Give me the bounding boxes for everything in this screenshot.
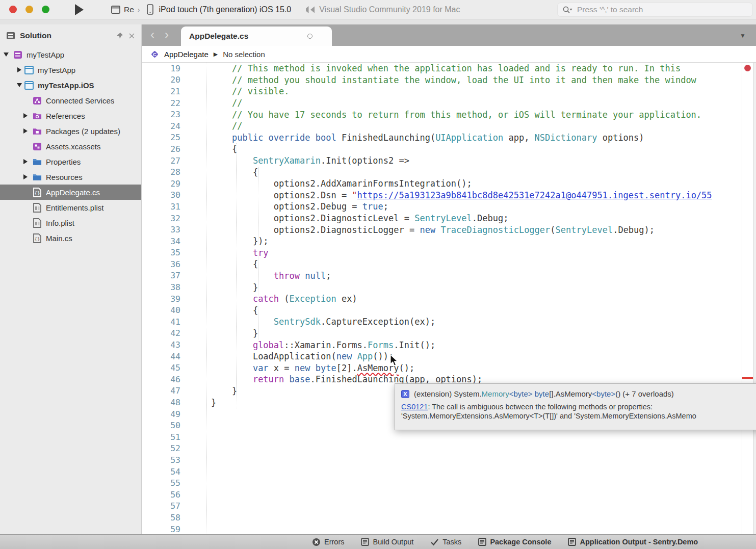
close-pad-icon[interactable]	[128, 33, 135, 39]
tree-item-appdelegate-cs[interactable]: {}AppDelegate.cs	[0, 185, 141, 200]
expander-arrow-down-icon[interactable]	[3, 51, 9, 58]
tree-item-info-plist[interactable]: Info.plist	[0, 215, 141, 230]
breadcrumb-selection[interactable]: No selection	[223, 50, 265, 59]
code-line-37[interactable]: 37 throw null;	[142, 270, 756, 282]
expander-arrow-right-icon[interactable]	[22, 174, 29, 180]
expander-arrow-right-icon[interactable]	[22, 159, 29, 165]
code-line-40[interactable]: 40 {	[142, 304, 756, 316]
line-number[interactable]: 32	[142, 214, 206, 223]
line-number[interactable]: 53	[142, 455, 206, 465]
tree-item-assets-xcassets[interactable]: Assets.xcassets	[0, 139, 141, 154]
line-number[interactable]: 23	[142, 110, 206, 119]
line-number[interactable]: 36	[142, 259, 206, 269]
line-number[interactable]: 34	[142, 237, 206, 246]
error-code-link[interactable]: CS0121	[401, 403, 428, 411]
code-line-42[interactable]: 42 }	[142, 328, 756, 339]
run-button[interactable]	[72, 3, 86, 16]
line-number[interactable]: 27	[142, 156, 206, 166]
expander-arrow-right-icon[interactable]	[22, 113, 29, 119]
tree-item-connected-services[interactable]: Connected Services	[0, 93, 141, 108]
code-line-58[interactable]: 58	[142, 512, 756, 524]
code-line-45[interactable]: 45 var x = new byte[2].AsMemory();	[142, 362, 756, 374]
line-number[interactable]: 28	[142, 167, 206, 177]
line-number[interactable]: 49	[142, 409, 206, 419]
expander-arrow-right-icon[interactable]	[22, 128, 29, 134]
close-window-button[interactable]	[9, 6, 17, 13]
tree-item-references[interactable]: References	[0, 108, 141, 123]
code-line-27[interactable]: 27 SentryXamarin.Init(options2 =>	[142, 155, 756, 167]
line-number[interactable]: 42	[142, 328, 206, 338]
code-line-59[interactable]: 59	[142, 524, 756, 534]
pad-button-errors[interactable]: Errors	[312, 538, 344, 546]
code-line-56[interactable]: 56	[142, 489, 756, 501]
line-number[interactable]: 48	[142, 398, 206, 407]
code-line-33[interactable]: 33 options2.DiagnosticLogger = new Trace…	[142, 224, 756, 236]
line-number[interactable]: 37	[142, 271, 206, 280]
line-number[interactable]: 25	[142, 133, 206, 142]
code-line-31[interactable]: 31 options2.Debug = true;	[142, 201, 756, 213]
line-number[interactable]: 30	[142, 190, 206, 200]
line-number[interactable]: 31	[142, 202, 206, 212]
line-number[interactable]: 51	[142, 432, 206, 442]
line-number[interactable]: 20	[142, 75, 206, 85]
code-line-54[interactable]: 54	[142, 466, 756, 478]
code-line-25[interactable]: 25 public override bool FinishedLaunchin…	[142, 132, 756, 144]
minimize-window-button[interactable]	[25, 6, 33, 13]
code-line-21[interactable]: 21 // visible.	[142, 86, 756, 97]
code-line-22[interactable]: 22 //	[142, 97, 756, 109]
line-number[interactable]: 29	[142, 179, 206, 189]
line-number[interactable]: 40	[142, 305, 206, 315]
pad-button-application-output-sentry-demo[interactable]: Application Output - Sentry.Demo	[568, 538, 698, 546]
breadcrumb-class[interactable]: AppDelegate	[164, 50, 208, 59]
code-editor[interactable]: 19 // This method is invoked when the ap…	[142, 63, 756, 534]
tree-item-entitlements-plist[interactable]: Entitlements.plist	[0, 200, 141, 215]
line-number[interactable]: 46	[142, 375, 206, 384]
code-line-44[interactable]: 44 LoadApplication(new App());	[142, 351, 756, 362]
code-line-57[interactable]: 57	[142, 501, 756, 512]
code-line-51[interactable]: 51	[142, 431, 756, 443]
code-line-35[interactable]: 35 try	[142, 247, 756, 259]
code-line-34[interactable]: 34 });	[142, 236, 756, 247]
code-line-38[interactable]: 38 }	[142, 281, 756, 293]
code-line-41[interactable]: 41 SentrySdk.CaptureException(ex);	[142, 316, 756, 328]
expander-arrow-right-icon[interactable]	[16, 67, 22, 73]
line-number[interactable]: 44	[142, 352, 206, 361]
code-line-28[interactable]: 28 {	[142, 166, 756, 178]
line-number[interactable]: 22	[142, 98, 206, 108]
line-number[interactable]: 38	[142, 282, 206, 292]
code-line-53[interactable]: 53	[142, 454, 756, 466]
line-number[interactable]: 35	[142, 248, 206, 257]
maximize-window-button[interactable]	[42, 6, 49, 13]
line-number[interactable]: 21	[142, 87, 206, 96]
code-line-29[interactable]: 29 options2.AddXamarinFormsIntegration()…	[142, 178, 756, 190]
tree-item-mytestapp[interactable]: myTestApp	[0, 62, 141, 77]
expander-arrow-down-icon[interactable]	[16, 82, 22, 88]
dsn-url-link[interactable]: https://5a193123a9b841bc8d8e42531e7242a1…	[357, 190, 712, 200]
line-number[interactable]: 47	[142, 386, 206, 396]
code-line-36[interactable]: 36 {	[142, 258, 756, 270]
line-number[interactable]: 54	[142, 467, 206, 477]
navigate-forward-button[interactable]: ›	[161, 27, 173, 43]
code-line-32[interactable]: 32 options2.DiagnosticLevel = SentryLeve…	[142, 213, 756, 224]
tree-item-packages-2-updates-[interactable]: Packages (2 updates)	[0, 123, 141, 139]
pad-button-build-output[interactable]: Build Output	[361, 538, 413, 546]
code-line-43[interactable]: 43 global::Xamarin.Forms.Forms.Init();	[142, 339, 756, 351]
line-number[interactable]: 26	[142, 144, 206, 154]
line-number[interactable]: 39	[142, 294, 206, 304]
pad-button-package-console[interactable]: Package Console	[478, 538, 551, 546]
line-number[interactable]: 33	[142, 225, 206, 234]
line-number[interactable]: 43	[142, 340, 206, 350]
line-number[interactable]: 45	[142, 363, 206, 373]
line-number[interactable]: 55	[142, 478, 206, 488]
code-line-23[interactable]: 23 // You have 17 seconds to return from…	[142, 109, 756, 120]
line-number[interactable]: 57	[142, 501, 206, 511]
line-number[interactable]: 41	[142, 317, 206, 327]
code-line-55[interactable]: 55	[142, 477, 756, 489]
code-line-24[interactable]: 24 //	[142, 120, 756, 132]
editor-scrollbar[interactable]	[742, 63, 753, 534]
run-configuration-selector[interactable]: Re › iPod touch (7th generation) iOS 15.…	[111, 4, 291, 15]
tree-item-properties[interactable]: Properties	[0, 154, 141, 169]
tree-item-main-cs[interactable]: {}Main.cs	[0, 230, 141, 246]
line-number[interactable]: 52	[142, 443, 206, 453]
code-line-39[interactable]: 39 catch (Exception ex)	[142, 293, 756, 305]
